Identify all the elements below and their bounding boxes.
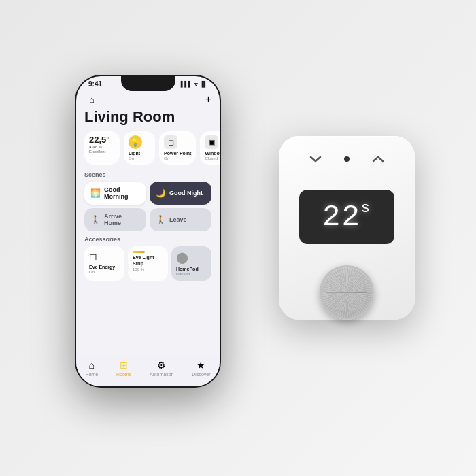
bottom-navigation: ⌂ Home ⊞ Rooms ⚙ Automation ★ Discover xyxy=(76,354,220,386)
smartphone: 9:41 ▌▌▌ ▿ ▐▌ ⌂ + Living Room xyxy=(75,75,221,388)
scene-arrive-label: Arrive Home xyxy=(104,213,140,226)
thermostat-controls xyxy=(306,150,388,169)
power-icon: ◻ xyxy=(164,135,177,149)
thermostat-decrease-button[interactable] xyxy=(306,150,325,169)
scenes-label: Scenes xyxy=(84,171,211,178)
power-label: Power Point xyxy=(164,151,191,156)
automation-tab-icon: ⚙ xyxy=(157,360,166,371)
thermostat-temperature: 22s xyxy=(322,200,371,234)
window-card[interactable]: ▣ Window Closed xyxy=(200,131,220,165)
home-nav-icon[interactable]: ⌂ xyxy=(84,92,99,107)
wifi-icon: ▿ xyxy=(194,81,198,88)
thermostat-indicator xyxy=(344,156,350,162)
scene-good-night[interactable]: 🌙 Good Night xyxy=(150,182,211,205)
page-background: 9:41 ▌▌▌ ▿ ▐▌ ⌂ + Living Room xyxy=(0,0,476,476)
knob-ridges xyxy=(322,267,372,318)
devices-row: 22,5° ● 48 % Excellent 💡 Light On ◻ Powe… xyxy=(84,131,211,165)
thermostat-increase-button[interactable] xyxy=(369,150,388,169)
scene-leave-label: Leave xyxy=(169,216,187,223)
nav-rooms[interactable]: ⊞ Rooms xyxy=(116,360,131,377)
window-status: Closed xyxy=(205,156,220,160)
eve-light-label: Eve Light Strip xyxy=(133,254,163,267)
temp-decimal: s xyxy=(361,194,371,217)
temperature-card: 22,5° ● 48 % Excellent xyxy=(84,131,120,165)
room-title: Living Room xyxy=(84,108,211,126)
status-time: 9:41 xyxy=(88,80,102,88)
light-status: On xyxy=(129,156,150,160)
light-icon: 💡 xyxy=(129,135,142,149)
discover-tab-icon: ★ xyxy=(197,360,205,371)
scenes-grid: 🌅 Good Morning 🌙 Good Night 🚶 Arrive Hom… xyxy=(84,182,211,231)
signal-icon: ▌▌▌ xyxy=(181,81,192,87)
rooms-tab-label: Rooms xyxy=(116,372,131,377)
phone-content: ⌂ + Living Room 22,5° ● 48 % Excellent 💡 xyxy=(76,88,220,281)
night-icon: 🌙 xyxy=(156,188,166,198)
homepod-label: HomePod xyxy=(176,266,207,272)
eve-energy-status: On xyxy=(89,270,120,274)
scene-arrive-home[interactable]: 🚶 Arrive Home xyxy=(84,208,146,231)
morning-icon: 🌅 xyxy=(90,188,101,198)
status-icons: ▌▌▌ ▿ ▐▌ xyxy=(181,81,207,88)
add-button[interactable]: + xyxy=(205,93,211,105)
light-label: Light xyxy=(129,151,150,156)
automation-tab-label: Automation xyxy=(150,372,173,377)
homepod-card[interactable]: ⬤ HomePod Paused xyxy=(171,246,211,281)
humidity-value: ● 48 % xyxy=(89,145,115,149)
power-status: On xyxy=(164,156,191,160)
battery-icon: ▐▌ xyxy=(200,81,207,87)
nav-home[interactable]: ⌂ Home xyxy=(85,360,98,377)
light-strip-icon xyxy=(133,251,145,253)
scene-morning-label: Good Morning xyxy=(104,186,140,200)
thermostat-device: 22s xyxy=(279,136,415,320)
air-quality: Excellent xyxy=(89,150,115,154)
light-card[interactable]: 💡 Light On xyxy=(124,131,155,165)
window-icon: ▣ xyxy=(205,135,218,149)
scene-leave[interactable]: 🚶 Leave xyxy=(150,208,211,231)
eve-energy-label: Eve Energy xyxy=(89,264,120,270)
phone-notch xyxy=(121,76,175,91)
homepod-status: Paused xyxy=(176,272,207,276)
thermostat-knob-wrap xyxy=(292,265,401,320)
window-label: Window xyxy=(205,151,220,156)
scene-night-label: Good Night xyxy=(169,190,203,197)
eve-light-strip-card[interactable]: Eve Light Strip 100 % xyxy=(128,246,168,281)
scene-good-morning[interactable]: 🌅 Good Morning xyxy=(84,182,146,205)
eve-energy-card[interactable]: ◻ Eve Energy On xyxy=(84,246,124,281)
nav-discover[interactable]: ★ Discover xyxy=(192,360,210,377)
leave-icon: 🚶 xyxy=(156,215,166,224)
phone-screen: 9:41 ▌▌▌ ▿ ▐▌ ⌂ + Living Room xyxy=(76,76,220,386)
thermostat-display: 22s xyxy=(299,190,394,244)
eve-light-status: 100 % xyxy=(133,267,163,271)
eve-energy-icon: ◻ xyxy=(89,251,120,262)
accessories-grid: ◻ Eve Energy On Eve Light Strip 100 % ⬤ … xyxy=(84,246,211,281)
temp-number: 22 xyxy=(322,200,361,234)
homepod-icon: ⬤ xyxy=(176,251,207,264)
accessories-label: Accessories xyxy=(84,236,211,243)
power-card[interactable]: ◻ Power Point On xyxy=(159,131,196,165)
thermostat-knob[interactable] xyxy=(320,265,374,320)
home-tab-label: Home xyxy=(85,372,98,377)
home-tab-icon: ⌂ xyxy=(89,360,95,371)
discover-tab-label: Discover xyxy=(192,372,210,377)
temp-value: 22,5° xyxy=(89,135,115,144)
arrive-icon: 🚶 xyxy=(90,215,101,224)
rooms-tab-icon: ⊞ xyxy=(120,360,128,371)
nav-automation[interactable]: ⚙ Automation xyxy=(150,360,173,377)
